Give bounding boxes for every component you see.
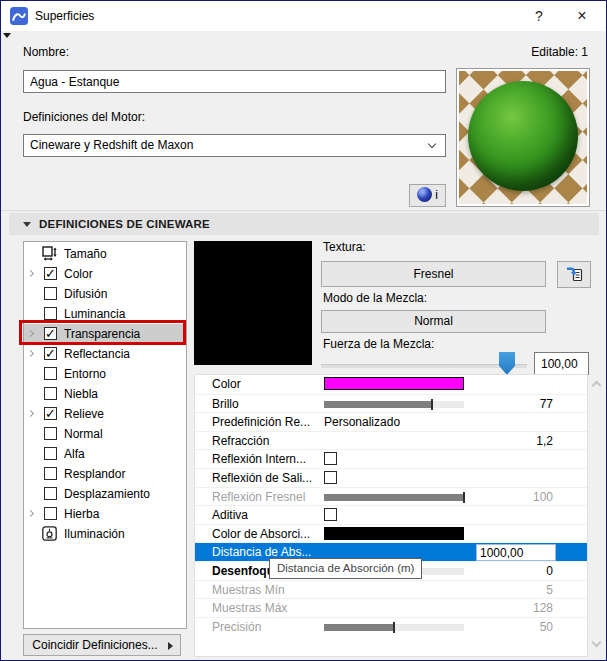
tree-row-luminancia[interactable]: Luminancia bbox=[24, 304, 186, 324]
property-row-color[interactable]: Color bbox=[195, 375, 587, 394]
expander-chevron-icon[interactable] bbox=[27, 270, 34, 277]
cinema4d-info-button[interactable]: i bbox=[409, 184, 446, 207]
blend-strength-label: Fuerza de la Mezcla: bbox=[323, 337, 434, 351]
property-row-color-de-absorci[interactable]: Color de Absorci... bbox=[195, 524, 587, 543]
name-input[interactable] bbox=[23, 70, 446, 93]
property-row-reflexión-fresnel[interactable]: Reflexión Fresnel100 bbox=[195, 487, 587, 506]
tree-row-iluminación[interactable]: Iluminación bbox=[24, 524, 186, 544]
property-row-muestras-mín[interactable]: Muestras Mín5 bbox=[195, 580, 587, 599]
property-label: Brillo bbox=[212, 395, 239, 414]
tree-row-relieve[interactable]: Relieve bbox=[24, 404, 186, 424]
property-label: Muestras Mín bbox=[212, 581, 285, 600]
channel-checkbox[interactable] bbox=[44, 467, 57, 480]
tree-row-normal[interactable]: Normal bbox=[24, 424, 186, 444]
property-checkbox[interactable] bbox=[324, 508, 337, 521]
property-row-reflexión-de-sali[interactable]: Reflexión de Sali... bbox=[195, 468, 587, 487]
channel-checkbox[interactable] bbox=[44, 427, 57, 440]
expander-chevron-icon[interactable] bbox=[27, 410, 34, 417]
slider-track[interactable] bbox=[324, 401, 464, 408]
engine-label: Definiciones del Motor: bbox=[23, 110, 145, 124]
channel-checkbox[interactable] bbox=[44, 347, 57, 360]
tree-row-difusión[interactable]: Difusión bbox=[24, 284, 186, 304]
channel-label: Normal bbox=[64, 424, 103, 444]
expander-chevron-icon[interactable] bbox=[27, 510, 34, 517]
scroll-up-icon[interactable] bbox=[592, 381, 602, 391]
blend-strength-input[interactable] bbox=[534, 352, 589, 375]
channel-checkbox[interactable] bbox=[44, 387, 57, 400]
channel-checkbox[interactable] bbox=[44, 367, 57, 380]
property-value: 50 bbox=[540, 618, 553, 637]
tree-row-reflectancia[interactable]: Reflectancia bbox=[24, 344, 186, 364]
color-swatch[interactable] bbox=[324, 527, 464, 540]
blend-mode-button[interactable]: Normal bbox=[321, 310, 546, 333]
match-settings-label: Coincidir Definiciones... bbox=[32, 638, 157, 652]
tree-row-resplandor[interactable]: Resplandor bbox=[24, 464, 186, 484]
app-logo-icon bbox=[10, 7, 28, 25]
property-row-muestras-máx[interactable]: Muestras Máx128 bbox=[195, 598, 587, 617]
tree-row-niebla[interactable]: Niebla bbox=[24, 384, 186, 404]
expander-chevron-icon[interactable] bbox=[27, 350, 34, 357]
channel-tree: TamañoColorDifusiónLuminanciaTransparenc… bbox=[23, 241, 187, 629]
slider-track[interactable] bbox=[324, 624, 464, 631]
channel-label: Tamaño bbox=[64, 244, 107, 264]
tree-row-tamaño[interactable]: Tamaño bbox=[24, 244, 186, 264]
tree-row-entorno[interactable]: Entorno bbox=[24, 364, 186, 384]
help-button[interactable]: ? bbox=[524, 1, 554, 31]
slider-fill bbox=[324, 494, 464, 501]
blend-strength-slider[interactable] bbox=[321, 364, 527, 368]
channel-checkbox[interactable] bbox=[44, 487, 57, 500]
channel-label: Alfa bbox=[64, 444, 85, 464]
property-row-refracción[interactable]: Refracción1,2 bbox=[195, 431, 587, 450]
engine-select[interactable]: Cineware y Redshift de Maxon bbox=[23, 134, 446, 157]
match-settings-button[interactable]: Coincidir Definiciones... bbox=[23, 634, 181, 656]
slider-track[interactable] bbox=[324, 494, 464, 501]
channel-checkbox[interactable] bbox=[44, 307, 57, 320]
section-title: DEFINICIONES DE CINEWARE bbox=[39, 213, 210, 235]
channel-label: Luminancia bbox=[64, 304, 125, 324]
tree-row-color[interactable]: Color bbox=[24, 264, 186, 284]
channel-checkbox[interactable] bbox=[44, 407, 57, 420]
expander-chevron-icon[interactable] bbox=[27, 330, 34, 337]
close-button[interactable]: × bbox=[567, 1, 597, 31]
slider-notch[interactable] bbox=[431, 399, 433, 410]
material-preview-scene bbox=[459, 71, 587, 204]
channel-checkbox[interactable] bbox=[44, 267, 57, 280]
property-row-aditiva[interactable]: Aditiva bbox=[195, 505, 587, 524]
channel-label: Relieve bbox=[64, 404, 104, 424]
material-preview bbox=[456, 68, 590, 207]
tree-row-desplazamiento[interactable]: Desplazamiento bbox=[24, 484, 186, 504]
slider-fill bbox=[324, 401, 432, 408]
texture-preview bbox=[194, 241, 312, 365]
texture-label: Textura: bbox=[323, 240, 366, 254]
color-swatch[interactable] bbox=[324, 377, 464, 390]
property-checkbox[interactable] bbox=[324, 471, 337, 484]
texture-button[interactable]: Fresnel bbox=[321, 261, 546, 287]
slider-handle[interactable] bbox=[499, 352, 515, 375]
title-bar: Superficies ? × bbox=[1, 1, 606, 31]
property-value: 128 bbox=[533, 599, 553, 618]
slider-notch[interactable] bbox=[393, 622, 395, 633]
surfaces-dialog: Superficies ? × Nombre: Editable: 1 Defi… bbox=[0, 0, 607, 661]
section-collapse-icon[interactable] bbox=[23, 222, 31, 227]
tree-row-hierba[interactable]: Hierba bbox=[24, 504, 186, 524]
tree-row-transparencia[interactable]: Transparencia bbox=[24, 324, 186, 344]
scroll-down-icon[interactable] bbox=[592, 638, 602, 648]
channel-checkbox[interactable] bbox=[44, 447, 57, 460]
tree-row-alfa[interactable]: Alfa bbox=[24, 444, 186, 464]
property-checkbox[interactable] bbox=[324, 452, 337, 465]
absorption-distance-input[interactable] bbox=[476, 544, 556, 561]
texture-pipeline-button[interactable] bbox=[557, 261, 591, 288]
channel-checkbox[interactable] bbox=[44, 507, 57, 520]
property-row-precisión[interactable]: Precisión50 bbox=[195, 617, 587, 636]
section-divider bbox=[1, 210, 606, 211]
property-row-predefinición-re[interactable]: Predefinición Re...Personalizado bbox=[195, 412, 587, 431]
property-row-reflexión-intern[interactable]: Reflexión Intern... bbox=[195, 449, 587, 468]
cineware-section-header[interactable]: DEFINICIONES DE CINEWARE bbox=[9, 213, 599, 235]
splitter-grip-icon[interactable] bbox=[3, 33, 11, 38]
channel-checkbox[interactable] bbox=[44, 327, 57, 340]
property-row-brillo[interactable]: Brillo77 bbox=[195, 394, 587, 413]
channel-checkbox[interactable] bbox=[44, 287, 57, 300]
slider-notch[interactable] bbox=[463, 492, 465, 503]
slider-fill bbox=[324, 624, 394, 631]
property-label: Reflexión Intern... bbox=[212, 450, 306, 469]
